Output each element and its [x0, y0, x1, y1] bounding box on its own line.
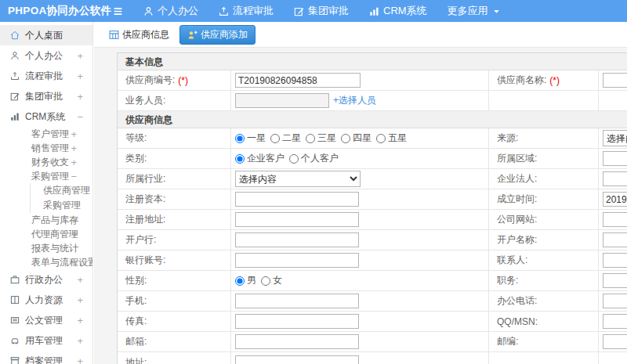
sidebar-item-archive-mgmt[interactable]: 档案管理+: [0, 351, 92, 364]
category-option-0[interactable]: 企业客户: [235, 152, 285, 165]
industry-select[interactable]: 选择内容: [235, 171, 361, 187]
nav-workflow-approval[interactable]: 流程审批: [219, 4, 274, 18]
field-label-text: 成立时间:: [497, 193, 537, 206]
founded-date-field[interactable]: [603, 192, 627, 207]
mobile-field[interactable]: [235, 294, 359, 308]
expand-toggle-icon[interactable]: +: [77, 70, 83, 82]
position-field[interactable]: [603, 273, 627, 288]
sidebar-item-sales-mgmt[interactable]: 销售管理+: [0, 141, 92, 155]
expand-toggle-icon[interactable]: +: [77, 274, 83, 286]
expand-toggle-icon[interactable]: +: [71, 142, 77, 154]
expand-toggle-icon[interactable]: +: [71, 214, 77, 226]
gender-option-0[interactable]: 男: [235, 274, 256, 287]
sidebar-item-customer-mgmt[interactable]: 客户管理+: [0, 127, 92, 141]
category-radio-0[interactable]: [235, 154, 245, 164]
expand-toggle-icon[interactable]: +: [71, 157, 77, 168]
expand-toggle-icon[interactable]: +: [77, 91, 83, 103]
qq-msn-field[interactable]: [603, 314, 627, 329]
select-staff-link[interactable]: +选择人员: [333, 94, 376, 107]
level-option-0[interactable]: 一星: [235, 132, 266, 145]
bank-branch-field[interactable]: [235, 232, 359, 247]
menu-toggle-icon[interactable]: [113, 6, 123, 16]
sidebar-item-supplier-mgmt[interactable]: 供应商管理: [31, 183, 92, 198]
sidebar-item-vehicle-mgmt[interactable]: 用车管理+: [0, 330, 92, 351]
nav-more-apps[interactable]: 更多应用: [448, 4, 501, 18]
office-phone-field[interactable]: [603, 294, 627, 308]
expand-toggle-icon[interactable]: +: [71, 257, 77, 268]
expand-toggle-icon[interactable]: +: [77, 315, 83, 326]
level-option-4[interactable]: 五星: [376, 132, 407, 145]
sidebar-item-workflow-approval[interactable]: 流程审批+: [0, 66, 92, 86]
expand-toggle-icon[interactable]: +: [77, 355, 83, 364]
source-select[interactable]: 选择内容: [603, 130, 627, 146]
mobile-label: 手机:: [118, 291, 231, 311]
tab-supplier-info[interactable]: 供应商信息: [104, 26, 174, 44]
field-label-text: 邮箱:: [125, 335, 147, 348]
level-radio-3[interactable]: [341, 134, 350, 143]
nav-personal-office[interactable]: 个人办公: [143, 4, 198, 18]
level-option-3[interactable]: 四星: [341, 132, 371, 145]
expand-toggle-icon[interactable]: +: [71, 229, 77, 240]
level-radio-4[interactable]: [376, 134, 386, 143]
sidebar-item-official-docs[interactable]: 公文管理+: [0, 310, 92, 330]
region-field[interactable]: [603, 151, 627, 166]
gender-radio-1[interactable]: [261, 276, 270, 286]
field-label-text: 开户行:: [125, 233, 156, 247]
nav-label: 集团审批: [308, 4, 349, 18]
source-label: 来源:: [489, 128, 599, 148]
nav-group-approval[interactable]: 集团审批: [294, 4, 349, 18]
registered-address-field[interactable]: [235, 212, 359, 227]
field-label-text: 银行账号:: [125, 254, 165, 267]
sidebar-item-admin-office[interactable]: 行政办公+: [0, 269, 92, 290]
level-option-2[interactable]: 三星: [306, 132, 336, 145]
account-name-field[interactable]: [603, 232, 627, 247]
sidebar-item-agent-mgmt[interactable]: 代理商管理+: [0, 227, 92, 241]
empty-cell: [599, 352, 627, 364]
sidebar-item-purchase-mgmt-item[interactable]: 采购管理: [31, 198, 92, 213]
sidebar-item-crm-system[interactable]: CRM系统−: [0, 106, 92, 127]
briefcase-icon: [10, 275, 20, 284]
sidebar-item-finance-income-expense[interactable]: 财务收支+: [0, 155, 92, 169]
level-radio-1[interactable]: [270, 134, 280, 143]
level-option-1[interactable]: 二星: [270, 132, 301, 145]
level-radio-2[interactable]: [306, 134, 315, 143]
category-radio-1[interactable]: [289, 154, 299, 164]
company-website-field[interactable]: [603, 212, 627, 227]
supplier-name-field[interactable]: [603, 73, 627, 88]
expand-toggle-icon[interactable]: +: [77, 50, 83, 62]
sidebar-item-personal-office[interactable]: 个人办公+: [0, 45, 92, 66]
expand-toggle-icon[interactable]: −: [71, 171, 77, 182]
expand-toggle-icon[interactable]: +: [77, 294, 83, 306]
sidebar-item-product-inventory[interactable]: 产品与库存+: [0, 213, 92, 227]
sidebar-item-personal-desktop[interactable]: 个人桌面: [0, 25, 92, 45]
category-option-1[interactable]: 个人客户: [289, 152, 339, 165]
expand-toggle-icon[interactable]: −: [77, 111, 83, 123]
zip-code-field[interactable]: [603, 334, 627, 349]
sidebar-item-label: 行政办公: [25, 273, 63, 287]
contact-person-field[interactable]: [603, 253, 627, 268]
sidebar-item-group-approval[interactable]: 集团审批+: [0, 86, 92, 106]
sidebar-item-human-resources[interactable]: 人力资源+: [0, 290, 92, 310]
gender-option-1[interactable]: 女: [261, 274, 282, 287]
registered-capital-field[interactable]: [235, 192, 359, 207]
level-radio-0[interactable]: [235, 134, 245, 143]
fax-field[interactable]: [235, 314, 359, 329]
supplier-code-field[interactable]: [235, 73, 361, 88]
expand-toggle-icon[interactable]: +: [71, 128, 77, 140]
sidebar-subitem-label: 采购管理: [31, 170, 69, 183]
sidebar-item-purchase-mgmt[interactable]: 采购管理−: [0, 169, 92, 183]
business-staff-field[interactable]: [235, 93, 329, 108]
form-row: 供应商编号:(*)供应商名称:(*): [118, 70, 627, 91]
sidebar-item-reports-statistics[interactable]: 报表与统计: [0, 241, 92, 255]
legal-person-field[interactable]: [603, 171, 627, 186]
tab-supplier-add[interactable]: 供应商添加: [179, 25, 256, 45]
email-field[interactable]: [235, 334, 359, 349]
user-icon: [143, 6, 154, 16]
address-field[interactable]: [235, 355, 359, 364]
gender-radio-0[interactable]: [235, 276, 245, 286]
nav-crm-system[interactable]: CRM系统: [369, 4, 427, 18]
expand-toggle-icon[interactable]: +: [77, 335, 83, 347]
bank-account-field[interactable]: [235, 253, 359, 268]
source-cell: 选择内容: [599, 128, 627, 148]
sidebar-item-form-flow-settings[interactable]: 表单与流程设置+: [0, 255, 92, 269]
